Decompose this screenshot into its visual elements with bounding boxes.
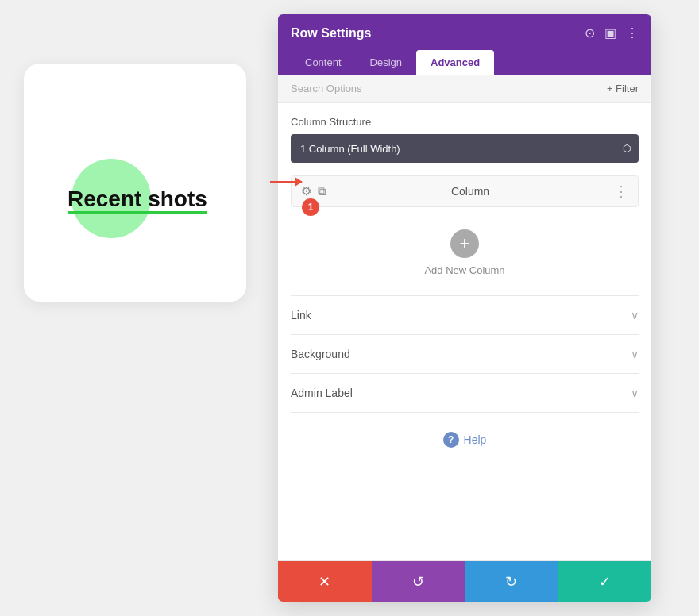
layout-icon[interactable]: ▣ [604, 25, 616, 40]
redo-button[interactable]: ↻ [465, 561, 558, 602]
help-button[interactable]: ? Help [443, 432, 487, 448]
step-badge: 1 [302, 198, 319, 216]
panel-header-icons: ⊙ ▣ ⋮ [585, 25, 639, 40]
column-row-action-icons: ⚙ ⧉ [301, 184, 326, 198]
column-row-item: ⚙ ⧉ Column ⋮ [291, 175, 639, 207]
help-icon: ? [443, 432, 459, 448]
add-column-label: Add New Column [424, 264, 504, 276]
chevron-down-icon: ∨ [631, 387, 639, 399]
add-new-column-button[interactable]: + [450, 229, 479, 258]
arrow-indicator [270, 181, 302, 183]
duplicate-icon[interactable]: ⧉ [318, 184, 326, 198]
panel-title-row: Row Settings ⊙ ▣ ⋮ [291, 25, 639, 40]
accordion-admin-label: Admin Label ∨ [291, 373, 639, 412]
tab-advanced[interactable]: Advanced [416, 50, 494, 75]
row-settings-panel: Row Settings ⊙ ▣ ⋮ Content Design Advanc… [278, 14, 651, 602]
accordion-link-header[interactable]: Link ∨ [291, 296, 639, 334]
reset-button[interactable]: ↺ [372, 561, 465, 602]
accordion-background: Background ∨ [291, 334, 639, 373]
accordion-link: Link ∨ [291, 295, 639, 334]
more-options-icon[interactable]: ⋮ [626, 25, 639, 40]
panel-footer: ✕ ↺ ↻ ✓ [278, 560, 651, 602]
accordion-admin-label-title: Admin Label [291, 387, 353, 399]
tab-design[interactable]: Design [356, 50, 416, 75]
column-structure-label: Column Structure [291, 116, 639, 128]
tabs: Content Design Advanced [291, 50, 639, 75]
chevron-down-icon: ∨ [631, 309, 639, 321]
save-button[interactable]: ✓ [558, 561, 652, 602]
reset-icon: ↺ [412, 573, 424, 591]
search-placeholder[interactable]: Search Options [291, 83, 362, 94]
column-row-label: Column [326, 185, 614, 198]
panel-header: Row Settings ⊙ ▣ ⋮ Content Design Advanc… [278, 14, 651, 75]
cancel-button[interactable]: ✕ [278, 561, 372, 602]
target-icon[interactable]: ⊙ [585, 25, 595, 40]
filter-button[interactable]: + Filter [607, 83, 639, 94]
cancel-icon: ✕ [319, 573, 330, 591]
column-row-more-icon[interactable]: ⋮ [614, 183, 628, 200]
accordion-background-title: Background [291, 348, 350, 360]
chevron-down-icon: ∨ [631, 348, 639, 360]
help-section: ? Help [291, 412, 639, 467]
accordion-background-header[interactable]: Background ∨ [291, 335, 639, 373]
arrow-line [270, 181, 302, 183]
accordion-link-title: Link [291, 309, 311, 321]
tab-content[interactable]: Content [291, 50, 356, 75]
column-structure-select-wrapper[interactable]: 1 Column (Full Width) ⬡ [291, 134, 639, 163]
check-icon: ✓ [599, 573, 611, 591]
add-column-section: + Add New Column [291, 217, 639, 289]
accordion-admin-label-header[interactable]: Admin Label ∨ [291, 374, 639, 412]
left-card: Recent shots [24, 64, 246, 302]
help-label: Help [464, 433, 487, 446]
column-structure-select[interactable]: 1 Column (Full Width) [291, 134, 639, 163]
panel-title: Row Settings [291, 26, 371, 40]
recent-shots-heading: Recent shots [68, 187, 207, 212]
redo-icon: ↻ [505, 573, 517, 591]
panel-body: Column Structure 1 Column (Full Width) ⬡… [278, 103, 651, 560]
search-bar: Search Options + Filter [278, 75, 651, 103]
